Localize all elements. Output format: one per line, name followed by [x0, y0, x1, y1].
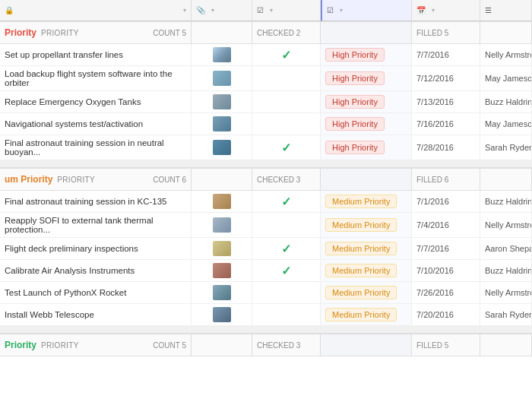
priority-cell: High Priority — [321, 66, 412, 90]
contact-cell: May Jameson — [480, 66, 532, 90]
contact-cell: Buzz Haldrin — [480, 191, 532, 212]
complete-cell[interactable]: ✓ — [252, 238, 321, 259]
complete-cell[interactable] — [252, 66, 321, 90]
group-filled-stat: FILLED 6 — [412, 169, 480, 190]
group-header-medium-priority: um Priority PRIORITY COUNT 6 CHECKED 3 F… — [0, 168, 532, 191]
col-header-photos[interactable]: 📎 ▾ — [192, 0, 252, 21]
contact-cell: Aaron Shepard — [480, 238, 532, 259]
deadline-cell: 7/4/2016 — [412, 213, 480, 237]
lock-icon: 🔒 — [5, 6, 14, 14]
group-priority-stat — [321, 169, 412, 190]
priority-badge: High Priority — [325, 48, 385, 62]
deadline-cell: 7/7/2016 — [412, 44, 480, 65]
contact-cell: Buzz Haldrin — [480, 260, 532, 281]
complete-cell[interactable] — [252, 304, 321, 325]
calendar-col-icon: 📅 — [416, 6, 426, 14]
photo-thumbnail[interactable] — [213, 47, 231, 62]
table-row: Navigational systems test/activation Hig… — [0, 113, 532, 135]
group-photo-stat — [192, 169, 252, 190]
group-meta: PRIORITY — [41, 341, 79, 350]
table-row: Test Launch of PythonX Rocket Medium Pri… — [0, 282, 532, 304]
chevron-down-icon: ▾ — [270, 7, 273, 14]
task-name: Navigational systems test/activation — [0, 113, 192, 135]
photo-thumbnail[interactable] — [213, 307, 231, 322]
table-grid: 🔒 ▾ 📎 ▾ ☑ ▾ ☑ ▾ 📅 ▾ ☰ — [0, 0, 532, 21]
photo-thumbnail[interactable] — [213, 217, 231, 233]
photo-cell[interactable] — [192, 191, 252, 212]
col-header-contact[interactable]: ☰ — [480, 0, 532, 21]
priority-badge: Medium Priority — [325, 218, 397, 232]
deadline-cell: 7/28/2016 — [412, 135, 480, 160]
table-row: Replace Emergency Oxygen Tanks High Prio… — [0, 91, 532, 113]
priority-badge: Medium Priority — [325, 308, 397, 321]
check-mark: ✓ — [281, 242, 291, 256]
group-spacer — [0, 160, 532, 168]
photo-cell[interactable] — [192, 282, 252, 303]
complete-cell[interactable]: ✓ — [252, 44, 321, 65]
group-label: Priority — [5, 27, 36, 38]
photo-cell[interactable] — [192, 238, 252, 259]
group-filled-stat: FILLED 5 — [412, 22, 480, 43]
photo-thumbnail[interactable] — [213, 140, 231, 155]
deadline-cell: 7/7/2016 — [412, 238, 480, 259]
photo-thumbnail[interactable] — [213, 241, 231, 256]
contact-cell: May Jameson — [480, 113, 532, 135]
group-label: Priority — [5, 340, 36, 350]
priority-badge: High Priority — [325, 141, 385, 154]
complete-cell[interactable] — [252, 113, 321, 135]
priority-badge: High Priority — [325, 117, 385, 131]
photo-cell[interactable] — [192, 260, 252, 281]
table-row: Load backup flight system software into … — [0, 66, 532, 91]
col-header-deadline[interactable]: 📅 ▾ — [412, 0, 480, 21]
priority-cell: Medium Priority — [321, 304, 412, 325]
photo-cell[interactable] — [192, 135, 252, 160]
complete-cell[interactable] — [252, 282, 321, 303]
group-label-cell: Priority PRIORITY COUNT 5 — [0, 334, 192, 356]
chevron-down-icon: ▾ — [211, 7, 214, 14]
table-body: Priority PRIORITY COUNT 5 CHECKED 2 FILL… — [0, 21, 532, 356]
complete-cell[interactable]: ✓ — [252, 260, 321, 281]
photo-cell[interactable] — [192, 44, 252, 65]
complete-cell[interactable]: ✓ — [252, 191, 321, 212]
col-header-complete[interactable]: ☑ ▾ — [252, 0, 321, 21]
col-header-task[interactable]: 🔒 ▾ — [0, 0, 192, 21]
contact-cell: Nelly Armstrong — [480, 282, 532, 303]
photo-thumbnail[interactable] — [213, 263, 231, 278]
complete-cell[interactable] — [252, 213, 321, 237]
chevron-down-icon: ▾ — [183, 7, 186, 14]
check-mark: ✓ — [281, 48, 291, 62]
priority-badge: High Priority — [325, 95, 385, 109]
group-spacer — [0, 326, 532, 334]
deadline-cell: 7/26/2016 — [412, 282, 480, 303]
priority-cell: Medium Priority — [321, 191, 412, 212]
photo-thumbnail[interactable] — [213, 116, 231, 131]
photo-thumbnail[interactable] — [213, 94, 231, 109]
group-contact-stat — [480, 169, 532, 190]
deadline-cell: 7/13/2016 — [412, 91, 480, 112]
task-name: Set up propellant transfer lines — [0, 44, 192, 65]
complete-cell[interactable] — [252, 91, 321, 112]
table-row: Install Webb Telescope Medium Priority 7… — [0, 304, 532, 326]
photo-thumbnail[interactable] — [213, 285, 231, 300]
photo-thumbnail[interactable] — [213, 194, 231, 209]
deadline-cell: 7/1/2016 — [412, 191, 480, 212]
task-name: Install Webb Telescope — [0, 304, 192, 325]
complete-cell[interactable]: ✓ — [252, 135, 321, 160]
photo-thumbnail[interactable] — [213, 71, 231, 86]
photo-cell[interactable] — [192, 304, 252, 325]
group-checked-stat: CHECKED 2 — [252, 22, 321, 43]
deadline-cell: 7/16/2016 — [412, 113, 480, 135]
group-meta: PRIORITY — [57, 176, 95, 184]
group-photo-stat — [192, 22, 252, 43]
col-header-priority[interactable]: ☑ ▾ — [321, 0, 412, 21]
photo-cell[interactable] — [192, 66, 252, 90]
contact-cell: Buzz Haldrin — [480, 91, 532, 112]
task-name: Final astronaut training session in neut… — [0, 135, 192, 160]
priority-cell: Medium Priority — [321, 260, 412, 281]
group-priority-stat — [321, 22, 412, 43]
photo-cell[interactable] — [192, 113, 252, 135]
photo-cell[interactable] — [192, 91, 252, 112]
priority-cell: High Priority — [321, 113, 412, 135]
photo-cell[interactable] — [192, 213, 252, 237]
deadline-cell: 7/12/2016 — [412, 66, 480, 90]
